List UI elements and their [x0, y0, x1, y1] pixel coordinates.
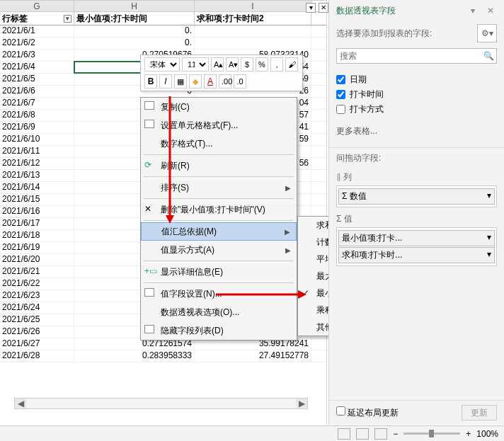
- ctx-summarize[interactable]: 值汇总依据(M)▶: [141, 222, 297, 241]
- cell-date[interactable]: 2021/6/4: [0, 62, 74, 73]
- bold-button[interactable]: B: [144, 74, 157, 88]
- fill-color-icon[interactable]: ◆: [189, 74, 202, 88]
- ctx-refresh[interactable]: ⟳刷新(R): [141, 156, 297, 175]
- pane-close-icon[interactable]: ✕: [484, 4, 497, 17]
- cell-sum[interactable]: [195, 38, 311, 49]
- cell-date[interactable]: 2021/6/1: [0, 25, 74, 37]
- field-mode[interactable]: 打卡方式: [336, 103, 497, 115]
- cell-sum[interactable]: [195, 25, 311, 37]
- ctx-detail[interactable]: +▭显示详细信息(E): [141, 263, 297, 281]
- table-row[interactable]: 2021/6/280.28395833327.49152778: [0, 350, 326, 362]
- view-normal-icon[interactable]: [338, 428, 350, 440]
- field-date[interactable]: 日期: [336, 74, 497, 86]
- zoom-in-icon[interactable]: +: [466, 429, 471, 439]
- cell-date[interactable]: 2021/6/27: [0, 338, 74, 350]
- ctx-hidefl[interactable]: 隐藏字段列表(D): [141, 321, 297, 340]
- chevron-down-icon[interactable]: ▾: [487, 190, 491, 202]
- chip-sigma[interactable]: Σ 数值▾: [338, 188, 495, 205]
- cell-date[interactable]: 2021/6/14: [0, 182, 74, 193]
- scroll-right-icon[interactable]: ▶: [296, 399, 307, 408]
- col-header-h[interactable]: H: [74, 1, 195, 11]
- view-pagebreak-icon[interactable]: [374, 428, 387, 440]
- fontsize-select[interactable]: 11: [182, 57, 209, 71]
- chip-min[interactable]: 最小值项:打卡...▾: [338, 230, 495, 246]
- border-icon[interactable]: ▦: [174, 74, 187, 88]
- percent-icon[interactable]: %: [256, 57, 268, 71]
- inc-decimal-icon[interactable]: .00: [219, 74, 231, 88]
- chevron-down-icon[interactable]: ▾: [487, 249, 491, 261]
- cell-date[interactable]: 2021/6/10: [0, 134, 74, 145]
- search-input[interactable]: [337, 49, 481, 63]
- cell-date[interactable]: 2021/6/20: [0, 254, 74, 265]
- cell-date[interactable]: 2021/6/11: [0, 146, 74, 157]
- cell-date[interactable]: 2021/6/2: [0, 38, 74, 49]
- cell-date[interactable]: 2021/6/26: [0, 326, 74, 338]
- pane-dropdown-icon[interactable]: ▾: [466, 4, 479, 17]
- view-pagelayout-icon[interactable]: [356, 428, 369, 440]
- columns-drop-zone[interactable]: Σ 数值▾: [336, 185, 497, 207]
- cell-date[interactable]: 2021/6/17: [0, 218, 74, 229]
- pivot-rowlabel-header[interactable]: 行标签▾: [0, 12, 74, 25]
- ctx-copy[interactable]: 复制(C): [141, 98, 297, 116]
- font-select[interactable]: 宋体: [144, 57, 180, 71]
- ctx-numfmt[interactable]: 数字格式(T)...: [141, 134, 297, 153]
- cell-date[interactable]: 2021/6/3: [0, 50, 74, 61]
- horizontal-scrollbar[interactable]: ◀ ▶: [14, 398, 308, 409]
- values-drop-zone[interactable]: 最小值项:打卡...▾ 求和项:打卡时...▾: [336, 227, 497, 266]
- grow-font-icon[interactable]: A▴: [211, 57, 224, 71]
- ctx-pivotopt[interactable]: 数据透视表选项(O)...: [141, 303, 297, 321]
- cell-min[interactable]: 0.283958333: [74, 350, 195, 362]
- ctx-format[interactable]: 设置单元格格式(F)...: [141, 116, 297, 134]
- italic-button[interactable]: I: [159, 74, 172, 88]
- col-header-i[interactable]: I: [195, 1, 311, 11]
- table-row[interactable]: 2021/6/20.: [0, 38, 326, 50]
- ctx-remove[interactable]: ✕删除"最小值项:打卡时间"(V): [141, 200, 297, 219]
- dec-decimal-icon[interactable]: .0: [234, 74, 246, 88]
- zoom-slider[interactable]: [403, 433, 460, 435]
- currency-icon[interactable]: $: [241, 57, 253, 71]
- zoom-level[interactable]: 100%: [476, 429, 498, 439]
- pivot-sum-header[interactable]: 求和项:打卡时间2: [195, 12, 311, 25]
- more-tables-link[interactable]: 更多表格...: [329, 122, 504, 140]
- table-row[interactable]: 2021/6/10.: [0, 25, 326, 38]
- cell-date[interactable]: 2021/6/5: [0, 74, 74, 85]
- cell-date[interactable]: 2021/6/21: [0, 266, 74, 277]
- defer-checkbox[interactable]: 延迟布局更新: [336, 406, 399, 419]
- cell-date[interactable]: 2021/6/6: [0, 86, 74, 97]
- field-search[interactable]: 🔍: [336, 48, 497, 64]
- scroll-left-icon[interactable]: ◀: [15, 399, 26, 408]
- cell-date[interactable]: 2021/6/28: [0, 350, 74, 362]
- ctx-sort[interactable]: 排序(S)▶: [141, 178, 297, 197]
- dropdown-icon[interactable]: ▾: [306, 3, 316, 13]
- chevron-down-icon[interactable]: ▾: [487, 232, 491, 244]
- cell-date[interactable]: 2021/6/9: [0, 122, 74, 133]
- col-header-g[interactable]: G: [0, 1, 74, 11]
- search-icon[interactable]: 🔍: [481, 49, 496, 63]
- update-button[interactable]: 更新: [462, 405, 497, 420]
- cell-date[interactable]: 2021/6/13: [0, 170, 74, 181]
- gear-icon[interactable]: ⚙▾: [477, 24, 497, 42]
- cell-min[interactable]: 0.: [74, 25, 195, 37]
- cell-date[interactable]: 2021/6/8: [0, 110, 74, 121]
- zoom-out-icon[interactable]: −: [393, 429, 398, 439]
- cell-date[interactable]: 2021/6/25: [0, 314, 74, 326]
- cell-date[interactable]: 2021/6/16: [0, 206, 74, 217]
- shrink-font-icon[interactable]: A▾: [226, 57, 239, 71]
- cell-date[interactable]: 2021/6/22: [0, 278, 74, 290]
- cell-date[interactable]: 2021/6/23: [0, 290, 74, 302]
- cell-date[interactable]: 2021/6/15: [0, 194, 74, 205]
- cell-sum[interactable]: 27.49152778: [195, 350, 311, 362]
- cell-date[interactable]: 2021/6/12: [0, 158, 74, 169]
- field-time[interactable]: 打卡时间: [336, 88, 497, 101]
- brush-icon[interactable]: 🖌: [285, 57, 298, 71]
- font-color-icon[interactable]: A: [204, 74, 217, 88]
- chip-sum[interactable]: 求和项:打卡时...▾: [338, 247, 495, 263]
- cell-date[interactable]: 2021/6/19: [0, 242, 74, 253]
- pivot-min-header[interactable]: 最小值项:打卡时间: [74, 12, 195, 25]
- filter-dropdown-icon[interactable]: ▾: [64, 15, 71, 23]
- ctx-fieldset[interactable]: 值字段设置(N)...: [141, 285, 297, 303]
- close-icon[interactable]: ✕: [319, 3, 328, 13]
- cell-date[interactable]: 2021/6/7: [0, 98, 74, 109]
- ctx-showas[interactable]: 值显示方式(A)▶: [141, 241, 297, 259]
- cell-date[interactable]: 2021/6/24: [0, 302, 74, 314]
